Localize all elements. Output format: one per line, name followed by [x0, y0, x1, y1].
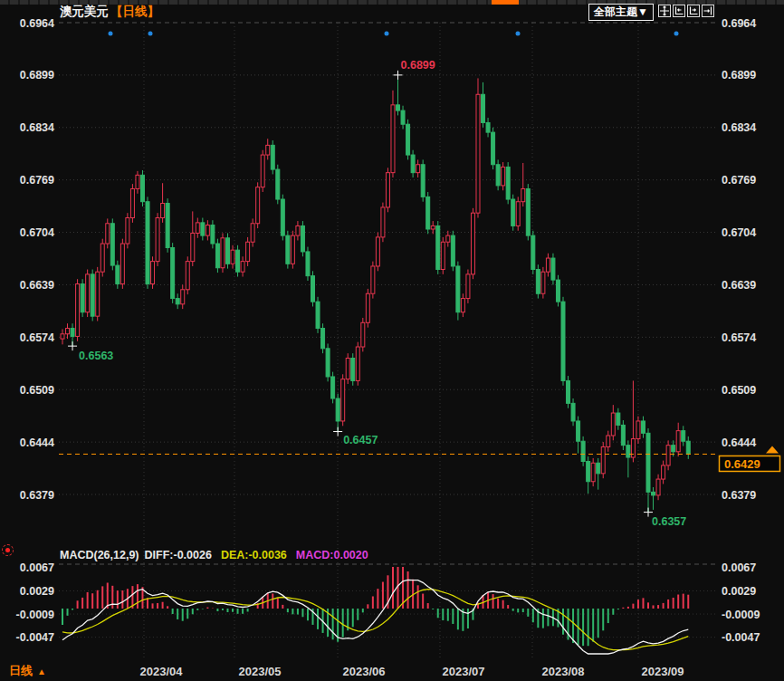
- candle-body: [261, 155, 264, 187]
- candle-body: [351, 358, 355, 380]
- candle-body: [221, 238, 225, 268]
- candle-body: [611, 413, 615, 436]
- candle-body: [386, 173, 389, 207]
- chart-title: 澳元美元【日线】: [60, 4, 159, 20]
- price-axis-label-right: 0.6834: [722, 121, 756, 134]
- macd-axis-label-right: -0.0047: [722, 631, 760, 644]
- candle-body: [397, 105, 400, 110]
- candle-body: [531, 235, 535, 269]
- candle-body: [206, 225, 209, 236]
- candle-body: [601, 446, 605, 473]
- candle-body: [482, 94, 485, 122]
- shift-right-button[interactable]: [702, 5, 714, 17]
- candle-body: [391, 105, 395, 173]
- candle-body: [176, 299, 179, 304]
- price-axis-label-left: 0.6899: [20, 69, 54, 82]
- candle-body: [100, 244, 104, 272]
- candle-body: [106, 224, 110, 244]
- candle-body: [446, 235, 450, 242]
- range-scrollbar-thumb[interactable]: [492, 0, 519, 5]
- candle-body: [366, 293, 369, 322]
- month-axis-label: 2023/06: [343, 665, 386, 678]
- candle-body: [536, 270, 540, 294]
- candle-body: [476, 94, 480, 213]
- candle-body: [191, 233, 195, 261]
- macd-axis-label-right: 0.0029: [722, 585, 756, 598]
- candle-body: [286, 235, 290, 264]
- candle-body: [551, 258, 555, 280]
- candle-body: [506, 167, 510, 199]
- candle-body: [617, 413, 620, 425]
- candle-body: [301, 225, 304, 251]
- event-dot: [109, 32, 113, 36]
- candle-body: [171, 247, 175, 298]
- candle-body: [421, 165, 425, 197]
- period-toggle[interactable]: 日线▲: [9, 663, 46, 679]
- theme-dropdown[interactable]: 全部主题▼: [588, 4, 654, 21]
- price-annotation-low: 0.6357: [652, 515, 686, 528]
- candle-body: [361, 322, 365, 347]
- candle-body: [466, 274, 470, 299]
- event-dot: [516, 32, 521, 36]
- period-tag: 【日线】: [110, 5, 159, 18]
- candle-body: [686, 441, 690, 454]
- candle-body: [426, 197, 430, 229]
- candle-body: [110, 224, 114, 265]
- candle-body: [130, 188, 134, 217]
- candle-body: [196, 223, 199, 234]
- candle-body: [411, 155, 415, 173]
- price-axis-label-right: 0.6379: [722, 489, 756, 502]
- candle-body: [336, 398, 339, 421]
- event-dot: [385, 32, 389, 36]
- candle-body: [306, 252, 310, 276]
- event-dot: [148, 32, 153, 36]
- candle-body: [406, 124, 410, 155]
- macd-axis-label-right: 0.0067: [722, 561, 756, 574]
- candle-body: [61, 334, 64, 339]
- pan-cross-button[interactable]: [658, 5, 671, 17]
- candle-body: [86, 274, 90, 312]
- price-axis-label-left: 0.6704: [20, 226, 54, 239]
- candle-body: [451, 235, 454, 266]
- candle-body: [512, 199, 515, 225]
- macd-axis-label-left: 0.0067: [20, 561, 54, 574]
- candle-body: [641, 421, 645, 433]
- candle-body: [626, 446, 630, 457]
- candle-body: [281, 199, 284, 235]
- candle-body: [587, 461, 590, 481]
- candle-body: [621, 425, 625, 445]
- candle-body: [166, 203, 169, 247]
- month-axis-label: 2023/08: [542, 665, 585, 678]
- month-axis-label: 2023/05: [239, 665, 282, 678]
- candle-body: [672, 446, 675, 452]
- candle-body: [140, 175, 144, 201]
- price-axis-label-right: 0.6509: [722, 384, 756, 397]
- candle-body: [496, 165, 500, 186]
- macd-axis-label-left: 0.0029: [20, 585, 54, 598]
- price-axis-label-left: 0.6769: [20, 174, 54, 187]
- candle-body: [431, 225, 435, 229]
- candle-body: [591, 463, 595, 481]
- shrink-x-button[interactable]: [673, 5, 685, 17]
- candle-body: [126, 218, 129, 244]
- symbol-name: 澳元美元: [60, 5, 109, 18]
- shift-right-icon: [703, 5, 713, 16]
- macd-diff-value: DIFF:-0.0026: [145, 549, 212, 561]
- candle-body: [662, 465, 665, 479]
- candle-body: [161, 203, 165, 217]
- candle-body: [186, 262, 189, 290]
- candle-body: [371, 266, 375, 293]
- price-annotation-june-low: 0.6457: [343, 434, 378, 446]
- macd-dea-value: DEA:-0.0036: [221, 549, 287, 561]
- candle-body: [136, 175, 139, 188]
- period-toggle-label: 日线: [9, 664, 33, 677]
- extreme-marker: [394, 71, 403, 80]
- event-dot: [674, 32, 679, 36]
- candle-body: [225, 238, 229, 264]
- candle-body: [376, 237, 379, 266]
- expand-x-button[interactable]: [687, 5, 700, 17]
- price-axis-label-left: 0.6639: [20, 279, 54, 292]
- candle-body: [456, 266, 460, 312]
- candle-body: [276, 169, 280, 199]
- up-triangle-icon: ▲: [37, 667, 46, 676]
